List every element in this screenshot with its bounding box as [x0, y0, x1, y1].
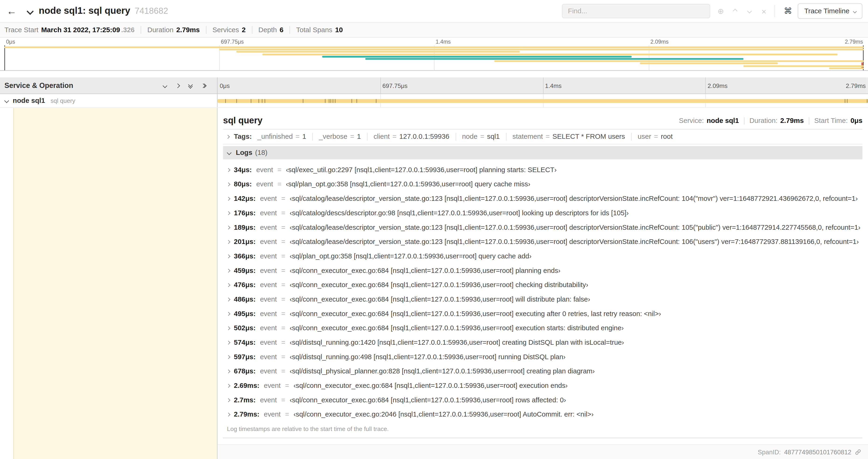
- find-clear-button[interactable]: ×: [757, 6, 771, 15]
- chevron-right-icon: [226, 384, 230, 387]
- find-input[interactable]: [562, 4, 710, 19]
- log-row[interactable]: 486μs:event=‹sql/conn_executor_exec.go:6…: [223, 292, 862, 307]
- summary-value-suffix: .326: [121, 26, 135, 34]
- chevron-right-icon: [226, 369, 230, 373]
- log-field-key: event: [260, 296, 277, 303]
- chevron-down-icon: [853, 9, 856, 13]
- span-log-marker: [265, 99, 265, 103]
- summary-divider: [206, 26, 206, 34]
- log-row[interactable]: 2.69ms:event=‹sql/conn_executor_exec.go:…: [223, 379, 862, 393]
- log-field-value: ‹sql/conn_executor_exec.go:684 [nsql1,cl…: [290, 296, 863, 303]
- log-row[interactable]: 34μs:event=‹sql/exec_util.go:2297 [nsql1…: [223, 163, 862, 177]
- log-equals: =: [277, 180, 281, 188]
- timeline-left-header: Service & Operation: [0, 77, 217, 94]
- span-collapse-chevron-icon[interactable]: [4, 98, 9, 103]
- view-options-button[interactable]: Trace Timeline: [798, 3, 863, 19]
- tag-value: 1: [357, 133, 361, 140]
- trace-header-collapse-button[interactable]: [28, 9, 33, 13]
- summary-value: 6: [280, 26, 283, 34]
- meta-label: Duration:: [749, 117, 777, 125]
- log-row[interactable]: 502μs:event=‹sql/conn_executor_exec.go:6…: [223, 321, 862, 335]
- tag-equals: =: [393, 133, 397, 140]
- span-bar-track[interactable]: [217, 94, 868, 107]
- tag-value: 1: [302, 133, 306, 140]
- span-log-marker: [331, 99, 331, 103]
- log-field-key: event: [260, 367, 277, 375]
- log-row[interactable]: 597μs:event=‹sql/distsql_running.go:498 …: [223, 350, 862, 364]
- minimap-span-bar: [322, 56, 632, 57]
- ruler-tick-label: 697.75μs: [219, 39, 244, 45]
- keyboard-shortcuts-button[interactable]: ⌘: [784, 6, 792, 16]
- log-row[interactable]: 142μs:event=‹sql/catalog/lease/descripto…: [223, 192, 862, 206]
- ruler-tick-label: 697.75μs: [380, 82, 407, 89]
- expand-one-button[interactable]: [176, 84, 179, 87]
- span-log-marker: [352, 99, 352, 103]
- log-timestamp: 80μs:: [234, 180, 252, 188]
- logs-toggle-header[interactable]: Logs (18): [223, 146, 862, 159]
- chevron-right-icon: [226, 398, 230, 402]
- collapse-one-button[interactable]: [163, 84, 166, 87]
- log-row[interactable]: 189μs:event=‹sql/catalog/lease/descripto…: [223, 220, 862, 235]
- chevron-right-icon: [226, 240, 230, 243]
- collapse-all-button[interactable]: [189, 83, 192, 88]
- span-bar[interactable]: [217, 99, 868, 103]
- ruler-tick-label: 2.09ms: [649, 39, 669, 45]
- find-focus-icon[interactable]: ⊕: [714, 6, 728, 15]
- log-row[interactable]: 80μs:event=‹sql/plan_opt.go:358 [nsql1,c…: [223, 177, 862, 192]
- ruler-tick-label: 0μs: [4, 39, 15, 45]
- back-arrow-button[interactable]: ←: [3, 0, 20, 22]
- log-row[interactable]: 459μs:event=‹sql/conn_executor_exec.go:6…: [223, 263, 862, 278]
- minimap-scrubber-left[interactable]: [4, 45, 5, 70]
- expand-all-button[interactable]: [201, 84, 206, 87]
- find-next-button[interactable]: [742, 9, 757, 12]
- span-log-marker: [236, 99, 237, 103]
- log-row[interactable]: 201μs:event=‹sql/catalog/lease/descripto…: [223, 235, 862, 249]
- span-log-marker: [357, 99, 357, 103]
- summary-value: 2.79ms: [176, 26, 200, 34]
- chevron-right-icon: [226, 255, 230, 258]
- find-prev-button[interactable]: [728, 9, 742, 12]
- detail-right-column: sql query Service:node sql1Duration:2.79…: [217, 108, 868, 459]
- log-row[interactable]: 176μs:event=‹sql/catalog/descs/descripto…: [223, 206, 862, 220]
- minimap-canvas[interactable]: [4, 45, 864, 70]
- link-icon[interactable]: [855, 449, 861, 455]
- span-row-name-column[interactable]: node sql1 sql query: [0, 94, 217, 107]
- log-row[interactable]: 366μs:event=‹sql/plan_opt.go:358 [nsql1,…: [223, 249, 862, 264]
- log-field-key: event: [264, 382, 281, 390]
- chevron-down-icon: [227, 151, 231, 155]
- log-field-value: ‹sql/catalog/descs/descriptor.go:98 [nsq…: [290, 209, 863, 217]
- log-field-key: event: [260, 281, 277, 289]
- log-row[interactable]: 678μs:event=‹sql/distsql_physical_planne…: [223, 364, 862, 379]
- minimap-span-bar: [236, 51, 520, 53]
- span-operation-name: sql query: [51, 97, 75, 104]
- log-timestamp: 597μs:: [234, 353, 255, 361]
- log-row[interactable]: 2.7ms:event=‹sql/conn_executor_exec.go:6…: [223, 393, 862, 407]
- log-timestamp: 502μs:: [234, 324, 255, 332]
- summary-label: Duration: [147, 26, 174, 34]
- span-log-marker: [258, 99, 259, 103]
- tags-toggle-row[interactable]: Tags: _unfinished=1_verbose=1client=127.…: [223, 129, 862, 144]
- log-row[interactable]: 2.79ms:event=‹sql/conn_executor_exec.go:…: [223, 407, 862, 422]
- log-field-value: ‹sql/conn_executor_exec.go:684 [nsql1,cl…: [293, 382, 862, 390]
- log-timestamp: 176μs:: [234, 209, 255, 217]
- log-row[interactable]: 495μs:event=‹sql/conn_executor_exec.go:6…: [223, 306, 862, 321]
- log-row[interactable]: 476μs:event=‹sql/conn_executor_exec.go:6…: [223, 278, 862, 292]
- tags-list: _unfinished=1_verbose=1client=127.0.0.1:…: [256, 133, 679, 140]
- log-equals: =: [281, 209, 285, 217]
- log-field-value: ‹sql/conn_executor_exec.go:684 [nsql1,cl…: [290, 396, 863, 404]
- meta-value: 2.79ms: [780, 117, 804, 125]
- chevron-right-icon: [226, 283, 230, 287]
- log-field-key: event: [260, 223, 277, 231]
- meta-value: node sql1: [707, 117, 739, 125]
- log-field-key: event: [260, 353, 277, 361]
- log-equals: =: [277, 166, 281, 174]
- tag-item: statement=SELECT * FROM users: [506, 133, 631, 140]
- log-row[interactable]: 574μs:event=‹sql/distsql_running.go:1420…: [223, 335, 862, 350]
- span-detail-meta: Service:node sql1Duration:2.79msStart Ti…: [679, 117, 862, 125]
- span-id-label: SpanID:: [758, 449, 781, 455]
- chevron-right-icon: [226, 269, 230, 272]
- span-row[interactable]: node sql1 sql query: [0, 94, 868, 108]
- span-meta-item: Duration:2.79ms: [749, 117, 804, 125]
- span-meta-item: Start Time:0μs: [814, 117, 862, 125]
- log-field-key: event: [260, 396, 277, 404]
